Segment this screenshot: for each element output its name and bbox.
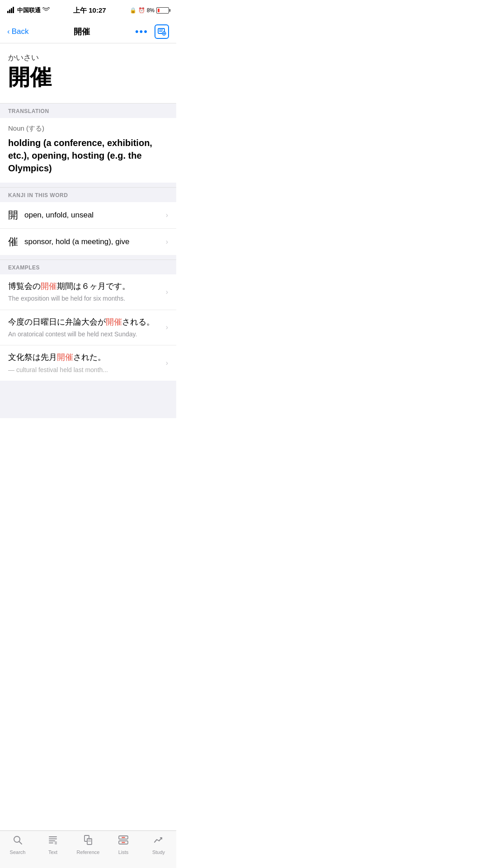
svg-rect-0 [7, 11, 9, 13]
svg-rect-3 [13, 7, 14, 13]
example-en-3: — cultural festival held last month... [8, 366, 168, 375]
word-header: かいさい 開催 [0, 43, 176, 103]
nav-actions: ••• [135, 24, 169, 39]
word-reading: かいさい [8, 52, 168, 63]
back-button[interactable]: ‹ Back [7, 27, 28, 36]
add-flashcard-button[interactable] [155, 24, 169, 39]
examples-list: 博覧会の開催期間は６ヶ月です。 The exposition will be h… [0, 274, 176, 381]
example-jp-1-post: 期間は６ヶ月です。 [57, 282, 130, 291]
kanji-row-2[interactable]: 催 sponsor, hold (a meeting), give › [0, 229, 176, 255]
example-jp-3-pre: 文化祭は先月 [8, 353, 57, 362]
status-carrier: 中国联通 [7, 6, 50, 14]
status-time: 上午 10:27 [73, 6, 106, 15]
example-jp-2: 今度の日曜日に弁論大会が開催される。 [8, 316, 168, 328]
svg-rect-1 [9, 9, 10, 13]
example-jp-1-highlight: 開催 [41, 282, 57, 291]
main-content: かいさい 開催 TRANSLATION Noun (する) holding (a… [0, 43, 176, 418]
wifi-icon [42, 7, 50, 14]
translation-section: Noun (する) holding (a conference, exhibit… [0, 118, 176, 183]
part-of-speech: Noun (する) [8, 124, 168, 133]
examples-section-header: EXAMPLES [0, 259, 176, 274]
svg-rect-2 [11, 8, 12, 13]
example-jp-2-pre: 今度の日曜日に弁論大会が [8, 317, 106, 326]
gap-2 [0, 255, 176, 259]
svg-rect-5 [159, 29, 163, 30]
word-kanji: 開催 [8, 66, 168, 90]
nav-title: 開催 [74, 26, 90, 37]
nav-bar: ‹ Back 開催 ••• [0, 20, 176, 43]
example-row-1[interactable]: 博覧会の開催期間は６ヶ月です。 The exposition will be h… [0, 274, 176, 310]
kanji-meaning-1: open, unfold, unseal [24, 211, 162, 220]
example-jp-3: 文化祭は先月開催された。 [8, 352, 168, 363]
lock-icon: 🔒 [130, 7, 136, 14]
example-row-2[interactable]: 今度の日曜日に弁論大会が開催される。 An oratorical contest… [0, 310, 176, 346]
example-jp-2-highlight: 開催 [106, 317, 122, 326]
example-chevron-1: › [166, 288, 168, 296]
kanji-meaning-2: sponsor, hold (a meeting), give [24, 237, 162, 246]
svg-rect-6 [159, 31, 162, 32]
example-en-2: An oratorical contest will be held next … [8, 330, 168, 339]
back-label: Back [12, 27, 29, 36]
kanji-char-2: 催 [8, 235, 24, 249]
more-button[interactable]: ••• [135, 26, 148, 38]
example-row-3[interactable]: 文化祭は先月開催された。 — cultural festival held la… [0, 345, 176, 381]
status-right: 🔒 ⏰ 8% [130, 7, 169, 14]
example-chevron-2: › [166, 323, 168, 331]
alarm-icon: ⏰ [138, 7, 145, 14]
example-jp-3-highlight: 開催 [57, 353, 73, 362]
gap-1 [0, 183, 176, 187]
example-chevron-3: › [166, 359, 168, 367]
example-jp-3-post: された。 [73, 353, 106, 362]
translation-section-header: TRANSLATION [0, 103, 176, 118]
kanji-section-header: KANJI IN THIS WORD [0, 187, 176, 202]
kanji-list: 開 open, unfold, unseal › 催 sponsor, hold… [0, 202, 176, 255]
back-chevron-icon: ‹ [7, 27, 10, 36]
battery-icon [156, 7, 169, 14]
kanji-chevron-1: › [166, 211, 168, 219]
kanji-row-1[interactable]: 開 open, unfold, unseal › [0, 202, 176, 229]
example-jp-1: 博覧会の開催期間は６ヶ月です。 [8, 281, 168, 292]
example-jp-2-post: される。 [122, 317, 155, 326]
translation-text: holding (a conference, exhibition, etc.)… [8, 137, 168, 175]
example-en-1: The exposition will be held for six mont… [8, 294, 168, 303]
signal-icon [7, 7, 15, 14]
kanji-chevron-2: › [166, 238, 168, 246]
kanji-char-1: 開 [8, 208, 24, 222]
battery-percent: 8% [147, 7, 155, 14]
example-jp-1-pre: 博覧会の [8, 282, 41, 291]
status-bar: 中国联通 上午 10:27 🔒 ⏰ 8% [0, 0, 176, 20]
